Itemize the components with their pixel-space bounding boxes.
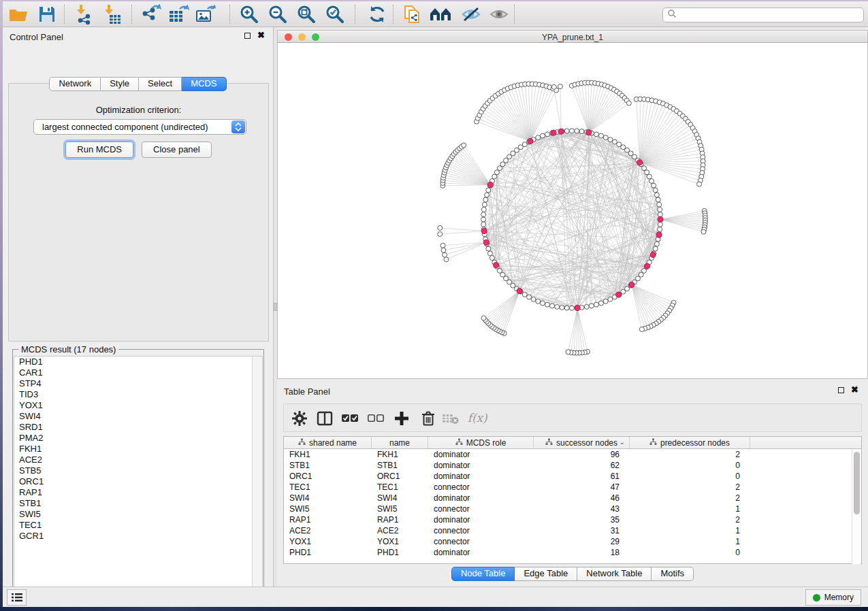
export-image-icon[interactable]	[194, 3, 217, 25]
close-panel-button[interactable]: Close panel	[142, 142, 212, 158]
column-header-shared-name[interactable]: shared name	[284, 437, 372, 448]
import-network-icon[interactable]	[72, 3, 95, 25]
mcds-result-item[interactable]: PMA2	[14, 433, 262, 444]
mcds-result-item[interactable]: RAP1	[14, 487, 262, 498]
mcds-result-item[interactable]: STB5	[14, 465, 262, 476]
delete-column-icon[interactable]	[417, 408, 439, 429]
mcds-result-item[interactable]: PHD1	[14, 357, 262, 367]
column-header-name[interactable]: name	[372, 437, 428, 448]
run-mcds-button[interactable]: Run MCDS	[65, 142, 133, 158]
add-column-icon[interactable]	[391, 408, 413, 429]
mcds-result-item[interactable]: ORC1	[14, 476, 262, 487]
tab-mcds[interactable]: MCDS	[182, 77, 226, 91]
tab-motifs[interactable]: Motifs	[652, 567, 694, 581]
mcds-result-item[interactable]: CAR1	[14, 367, 262, 378]
save-file-icon[interactable]	[35, 3, 59, 25]
select-all-columns-icon[interactable]	[339, 408, 361, 429]
cell-predecessor_nodes: 2	[630, 493, 750, 503]
table-settings-icon[interactable]	[289, 408, 310, 429]
table-row[interactable]: ORC1ORC1dominator610	[284, 471, 861, 482]
deselect-all-columns-icon[interactable]	[365, 408, 387, 429]
table-row[interactable]: YOX1YOX1connector291	[284, 536, 861, 547]
duplicate-network-icon[interactable]	[400, 3, 423, 25]
cell-mcds_role: dominator	[428, 472, 534, 481]
cell-shared_name: SWI5	[284, 504, 372, 514]
tab-node-table[interactable]: Node Table	[451, 567, 515, 581]
mcds-result-item[interactable]: STP4	[14, 378, 262, 389]
table-panel: Table Panel ✖ f(x) shared namenameMCDS r…	[277, 379, 868, 587]
cell-successor_nodes: 31	[534, 526, 630, 535]
show-columns-icon[interactable]	[314, 408, 336, 429]
task-history-button[interactable]	[7, 589, 27, 606]
refresh-icon[interactable]	[366, 3, 389, 25]
table-row[interactable]: STB1STB1dominator620	[284, 460, 861, 471]
mcds-result-item[interactable]: SRD1	[14, 422, 262, 433]
float-table-panel-icon[interactable]	[838, 387, 844, 393]
table-tab-bar: Node TableEdge TableNetwork TableMotifs	[451, 567, 694, 581]
network-window-title: YPA_prune.txt_1	[278, 33, 867, 42]
criterion-dropdown[interactable]: largest connected component (undirected)	[33, 119, 246, 135]
zoom-fit-icon[interactable]	[295, 3, 318, 25]
table-row[interactable]: SWI4SWI4dominator462	[284, 493, 861, 503]
tab-select[interactable]: Select	[139, 77, 182, 91]
network-window-titlebar[interactable]: YPA_prune.txt_1	[277, 30, 868, 43]
table-row[interactable]: FKH1FKH1dominator962	[284, 449, 861, 460]
column-header-successor-nodes[interactable]: successor nodes⌄	[534, 437, 630, 448]
mcds-result-item[interactable]: STB1	[14, 498, 262, 509]
search-icon	[667, 9, 677, 21]
mcds-result-item[interactable]: GCR1	[14, 531, 262, 542]
cell-shared_name: FKH1	[284, 450, 372, 459]
mcds-result-item[interactable]: TID3	[14, 389, 262, 400]
column-header-predecessor-nodes[interactable]: predecessor nodes	[630, 437, 750, 448]
hide-selected-icon[interactable]	[460, 3, 483, 25]
cell-name: YOX1	[372, 537, 428, 546]
node-table[interactable]: shared namenameMCDS rolesuccessor nodes⌄…	[283, 436, 862, 564]
mcds-result-item[interactable]: YOX1	[14, 400, 262, 411]
desktop-wallpaper-bottom	[0, 607, 868, 611]
search-input[interactable]	[677, 10, 863, 20]
close-table-panel-icon[interactable]: ✖	[851, 386, 858, 393]
cell-shared_name: SWI4	[284, 493, 372, 503]
export-network-icon[interactable]	[140, 3, 163, 25]
float-panel-icon[interactable]	[244, 33, 251, 39]
close-panel-icon[interactable]: ✖	[257, 32, 265, 39]
table-scrollbar[interactable]	[852, 450, 861, 564]
table-row[interactable]: SWI5SWI5connector431	[284, 503, 861, 514]
toolbar-separator	[393, 5, 393, 24]
column-type-icon	[545, 438, 553, 448]
table-row[interactable]: RAP1RAP1dominator352	[284, 514, 861, 525]
first-neighbors-icon[interactable]	[430, 3, 453, 25]
cell-successor_nodes: 35	[534, 515, 630, 525]
mcds-result-item[interactable]: SWI5	[14, 509, 262, 520]
cell-shared_name: TEC1	[284, 482, 372, 492]
mcds-result-item[interactable]: SWI4	[14, 411, 262, 422]
memory-button[interactable]: Memory	[805, 589, 861, 606]
cell-predecessor_nodes: 2	[630, 450, 750, 459]
zoom-in-icon[interactable]	[238, 3, 261, 25]
mcds-result-list[interactable]: PHD1CAR1STP4TID3YOX1SWI4SRD1PMA2FKH1ACE2…	[14, 356, 263, 595]
table-row[interactable]: PHD1PHD1dominator180	[284, 547, 861, 558]
mcds-result-item[interactable]: TEC1	[14, 520, 262, 531]
open-file-icon[interactable]	[7, 3, 30, 25]
network-graph[interactable]	[278, 43, 867, 378]
table-row[interactable]: ACE2ACE2connector311	[284, 525, 861, 536]
search-field[interactable]	[662, 7, 864, 22]
mcds-result-item[interactable]: ACE2	[14, 455, 262, 465]
tab-style[interactable]: Style	[101, 77, 139, 91]
zoom-out-icon[interactable]	[266, 3, 289, 25]
network-canvas[interactable]	[277, 43, 868, 379]
cell-successor_nodes: 61	[534, 472, 630, 481]
tab-edge-table[interactable]: Edge Table	[515, 567, 577, 581]
import-table-icon[interactable]	[100, 3, 123, 25]
mcds-list-scrollbar[interactable]	[252, 357, 262, 595]
mcds-result-item[interactable]: FKH1	[14, 444, 262, 455]
export-table-icon[interactable]	[167, 3, 190, 25]
tab-network[interactable]: Network	[49, 77, 101, 91]
show-all-icon[interactable]	[487, 3, 511, 25]
cell-name: RAP1	[372, 515, 428, 525]
zoom-selected-icon[interactable]	[323, 3, 347, 25]
column-header-MCDS-role[interactable]: MCDS role	[428, 437, 534, 448]
tab-network-table[interactable]: Network Table	[577, 567, 652, 581]
table-row[interactable]: TEC1TEC1connector472	[284, 482, 861, 493]
table-scrollbar-thumb[interactable]	[854, 452, 860, 514]
